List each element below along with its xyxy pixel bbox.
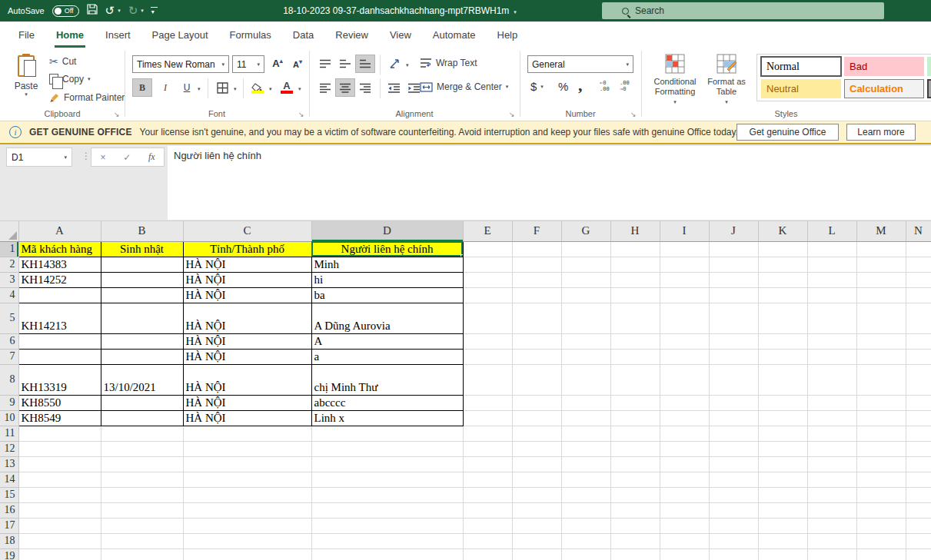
cell-F17[interactable] [512,518,561,533]
fill-handle[interactable] [461,254,464,257]
cell-L19[interactable] [807,548,856,560]
style-chip-bad[interactable]: Bad [844,57,924,76]
cell-G18[interactable] [561,533,610,548]
cell-I11[interactable] [660,426,709,441]
document-title[interactable]: 18-10-2023 09-37-danhsachkhachhang-mpt7R… [283,0,517,22]
decrease-font-size-button[interactable]: A▾ [288,55,308,73]
cell-D4[interactable]: ba [311,287,463,303]
cell-A8[interactable]: KH13319 [18,364,101,395]
cell-F1[interactable] [512,241,561,257]
name-box-splitter[interactable]: ⋮ [81,151,91,161]
column-header-L[interactable]: L [807,221,856,241]
cell-E19[interactable] [463,548,512,560]
cell-D11[interactable] [311,426,463,441]
cell-N1[interactable] [906,241,931,257]
cell-M16[interactable] [856,502,906,518]
number-dialog-launcher-icon[interactable]: ↘ [630,111,637,118]
column-header-J[interactable]: J [709,221,758,241]
cell-C12[interactable] [183,441,311,456]
cell-D10[interactable]: Linh x [311,410,463,426]
cell-D14[interactable] [311,472,463,487]
cell-E12[interactable] [463,441,512,456]
cell-J4[interactable] [709,287,758,303]
middle-align-button[interactable] [335,55,355,73]
cell-L14[interactable] [807,472,856,487]
cell-A7[interactable] [18,349,101,364]
cell-A10[interactable]: KH8549 [18,410,101,426]
cell-D2[interactable]: Minh [311,257,463,272]
cell-B11[interactable] [101,426,183,441]
cell-M1[interactable] [856,241,906,257]
tab-formulas[interactable]: Formulas [219,22,282,48]
cell-F13[interactable] [512,456,561,472]
row-header-2[interactable]: 2 [0,257,18,272]
cell-B18[interactable] [101,533,183,548]
cell-G6[interactable] [561,333,610,349]
cell-F9[interactable] [512,395,561,410]
decrease-decimal-button[interactable]: .00→0 [620,80,630,92]
row-header-14[interactable]: 14 [0,472,18,487]
cell-E2[interactable] [463,257,512,272]
cell-G14[interactable] [561,472,610,487]
cell-I9[interactable] [660,395,709,410]
row-header-18[interactable]: 18 [0,533,18,548]
cell-J3[interactable] [709,272,758,287]
cell-G5[interactable] [561,303,610,333]
cell-D8[interactable]: chị Minh Thư [311,364,463,395]
select-all-corner[interactable] [0,221,18,241]
cell-K1[interactable] [758,241,807,257]
cell-E11[interactable] [463,426,512,441]
cell-J9[interactable] [709,395,758,410]
formula-input[interactable]: Người liên hệ chính [168,146,931,220]
cell-B3[interactable] [101,272,183,287]
wrap-text-button[interactable]: Wrap Text [420,58,477,68]
column-header-A[interactable]: A [18,221,101,241]
cell-A2[interactable]: KH14383 [18,257,101,272]
row-header-12[interactable]: 12 [0,441,18,456]
cell-A5[interactable]: KH14213 [18,303,101,333]
cell-J6[interactable] [709,333,758,349]
column-header-I[interactable]: I [660,221,709,241]
cell-K19[interactable] [758,548,807,560]
bottom-align-button[interactable] [355,55,375,73]
redo-icon[interactable]: ↻ [128,0,138,22]
cell-B1[interactable]: Sinh nhật [101,241,183,257]
cell-M15[interactable] [856,487,906,502]
paste-button[interactable]: Paste ▾ [8,52,45,115]
cell-I16[interactable] [660,502,709,518]
tab-page-layout[interactable]: Page Layout [141,22,219,48]
row-header-1[interactable]: 1 [0,241,18,257]
cell-C4[interactable]: HÀ NỘI [183,287,311,303]
cell-C19[interactable] [183,548,311,560]
cell-J2[interactable] [709,257,758,272]
cell-A15[interactable] [18,487,101,502]
cell-D17[interactable] [311,518,463,533]
fill-color-dropdown-icon[interactable]: ▾ [269,86,272,92]
tab-insert[interactable]: Insert [95,22,141,48]
cell-L16[interactable] [807,502,856,518]
merge-center-dropdown-icon[interactable]: ▾ [506,84,509,90]
cell-L10[interactable] [807,410,856,426]
bold-button[interactable]: B [132,78,152,97]
align-left-button[interactable] [315,78,335,97]
cell-L6[interactable] [807,333,856,349]
cell-C15[interactable] [183,487,311,502]
copy-button[interactable]: Copy ▾ [49,74,91,84]
cell-H8[interactable] [610,364,660,395]
cell-F14[interactable] [512,472,561,487]
cell-M7[interactable] [856,349,906,364]
cell-G15[interactable] [561,487,610,502]
row-header-6[interactable]: 6 [0,333,18,349]
cell-F10[interactable] [512,410,561,426]
cell-M17[interactable] [856,518,906,533]
cell-J11[interactable] [709,426,758,441]
cell-G3[interactable] [561,272,610,287]
cell-E7[interactable] [463,349,512,364]
cell-N3[interactable] [906,272,931,287]
cell-B8[interactable]: 13/10/2021 [101,364,183,395]
cell-K10[interactable] [758,410,807,426]
row-header-17[interactable]: 17 [0,518,18,533]
cell-M9[interactable] [856,395,906,410]
cell-I14[interactable] [660,472,709,487]
cell-E3[interactable] [463,272,512,287]
